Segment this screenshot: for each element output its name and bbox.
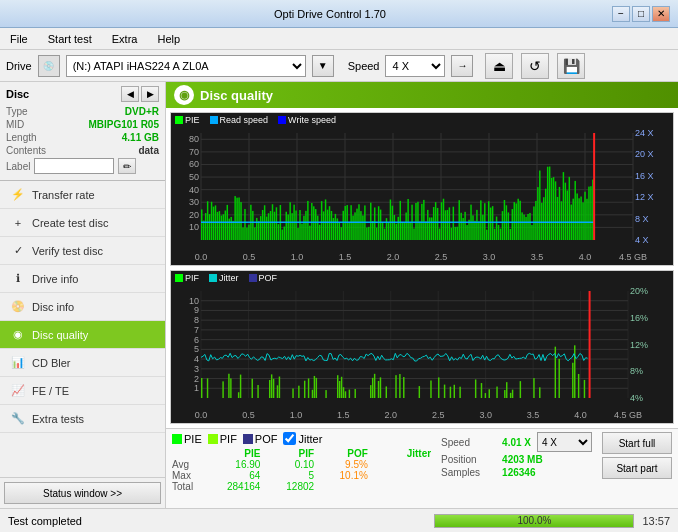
start-part-button[interactable]: Start part [602,457,672,479]
speed-stat-row: Speed 4.01 X 4 X [441,432,592,452]
pie-chart-canvas [171,113,673,265]
jitter-legend-item: Jitter [209,273,239,283]
pie-column-header: PIE [206,448,260,459]
transfer-rate-icon: ⚡ [10,187,26,203]
disc-section: Disc ◀ ▶ Type DVD+R MID MBIPG101 R05 Len… [0,82,165,181]
action-buttons: Start full Start part [602,432,672,479]
disc-prev-button[interactable]: ◀ [121,86,139,102]
avg-pie-value: 16.90 [206,459,260,470]
avg-pif-value: 0.10 [260,459,314,470]
sidebar-label-drive-info: Drive info [32,273,78,285]
sidebar-item-fe-te[interactable]: 📈 FE / TE [0,377,165,405]
eject-button[interactable]: ⏏ [485,53,513,79]
sidebar-item-create-test-disc[interactable]: + Create test disc [0,209,165,237]
disc-type-row: Type DVD+R [6,106,159,117]
pie-chart-container: PIE Read speed Write speed [170,112,674,266]
pif-chart-legend: PIF Jitter POF [175,273,277,283]
label-input[interactable] [34,158,114,174]
sidebar-label-extra-tests: Extra tests [32,413,84,425]
disc-next-button[interactable]: ▶ [141,86,159,102]
speed-box-select[interactable]: 4 X [537,432,592,452]
speed-select[interactable]: 4 X [385,55,445,77]
drive-arrow-button[interactable]: ▼ [312,55,334,77]
total-pof-value [314,481,368,492]
create-test-disc-icon: + [10,215,26,231]
fe-te-icon: 📈 [10,383,26,399]
sidebar-item-verify-test-disc[interactable]: ✓ Verify test disc [0,237,165,265]
read-speed-legend-label: Read speed [220,115,269,125]
sidebar-item-disc-info[interactable]: 📀 Disc info [0,293,165,321]
content-area: ◉ Disc quality PIE Read speed [166,82,678,508]
stats-total-row: Total 284164 12802 [172,481,431,492]
length-label: Length [6,132,37,143]
minimize-button[interactable]: − [612,6,630,22]
drive-label: Drive [6,60,32,72]
drive-select[interactable]: (N:) ATAPI iHAS224 A ZL0A [66,55,306,77]
write-speed-legend-dot [278,116,286,124]
sidebar-item-transfer-rate[interactable]: ⚡ Transfer rate [0,181,165,209]
menu-extra[interactable]: Extra [106,31,144,47]
maximize-button[interactable]: □ [632,6,650,22]
menu-help[interactable]: Help [151,31,186,47]
samples-stat-label: Samples [441,467,496,478]
disc-info-icon: 📀 [10,299,26,315]
sidebar-label-fe-te: FE / TE [32,385,69,397]
sidebar-label-create-test-disc: Create test disc [32,217,108,229]
pie-chart-legend: PIE Read speed Write speed [175,115,336,125]
menu-file[interactable]: File [4,31,34,47]
mid-label: MID [6,119,24,130]
speed-stat-value: 4.01 X [502,437,531,448]
start-full-button[interactable]: Start full [602,432,672,454]
close-button[interactable]: ✕ [652,6,670,22]
pof-stat-legend: POF [243,433,278,445]
max-pie-value: 64 [206,470,260,481]
disc-icons: ◀ ▶ [121,86,159,102]
save-button[interactable]: 💾 [557,53,585,79]
refresh-button[interactable]: ↺ [521,53,549,79]
main-area: Disc ◀ ▶ Type DVD+R MID MBIPG101 R05 Len… [0,82,678,508]
pof-legend-label: POF [259,273,278,283]
sidebar-label-transfer-rate: Transfer rate [32,189,95,201]
pif-column-header: PIF [260,448,314,459]
pie-legend-label: PIE [185,115,200,125]
max-label: Max [172,470,206,481]
disc-quality-icon: ◉ [10,327,26,343]
pif-stat-label: PIF [220,433,237,445]
disc-quality-header-icon: ◉ [174,85,194,105]
pif-chart-canvas [171,271,673,423]
menu-start-test[interactable]: Start test [42,31,98,47]
jitter-checkbox[interactable] [283,432,296,445]
stats-legend-row: PIE PIF POF Jitter [172,432,431,445]
sidebar-item-disc-quality[interactable]: ◉ Disc quality [0,321,165,349]
type-label: Type [6,106,28,117]
disc-contents-row: Contents data [6,145,159,156]
contents-value: data [138,145,159,156]
stats-avg-row: Avg 16.90 0.10 9.5% [172,459,431,470]
progress-bar-container: 100.0% [434,514,634,528]
status-window-button[interactable]: Status window >> [4,482,161,504]
sidebar-item-extra-tests[interactable]: 🔧 Extra tests [0,405,165,433]
sidebar-item-cd-bler[interactable]: 📊 CD Bler [0,349,165,377]
label-edit-button[interactable]: ✏ [118,158,136,174]
stats-max-row: Max 64 5 10.1% [172,470,431,481]
disc-quality-title: Disc quality [200,88,273,103]
sidebar-label-cd-bler: CD Bler [32,357,71,369]
pie-legend-item: PIE [175,115,200,125]
disc-title: Disc [6,88,29,100]
empty-header [172,448,206,459]
samples-stat-value: 126346 [502,467,535,478]
stats-area: PIE PIF POF Jitter [166,428,678,508]
disc-quality-header: ◉ Disc quality [166,82,678,108]
sidebar-label-disc-info: Disc info [32,301,74,313]
samples-stat-row: Samples 126346 [441,467,592,478]
sidebar-menu: ⚡ Transfer rate + Create test disc ✓ Ver… [0,181,165,433]
sidebar-item-drive-info[interactable]: ℹ Drive info [0,265,165,293]
position-stat-label: Position [441,454,496,465]
pof-column-header: POF [314,448,368,459]
window-controls: − □ ✕ [612,6,670,22]
disc-length-row: Length 4.11 GB [6,132,159,143]
jitter-stat-legend: Jitter [283,432,322,445]
app-title: Opti Drive Control 1.70 [274,8,386,20]
speed-arrow-button[interactable]: → [451,55,473,77]
pie-legend-dot [175,116,183,124]
